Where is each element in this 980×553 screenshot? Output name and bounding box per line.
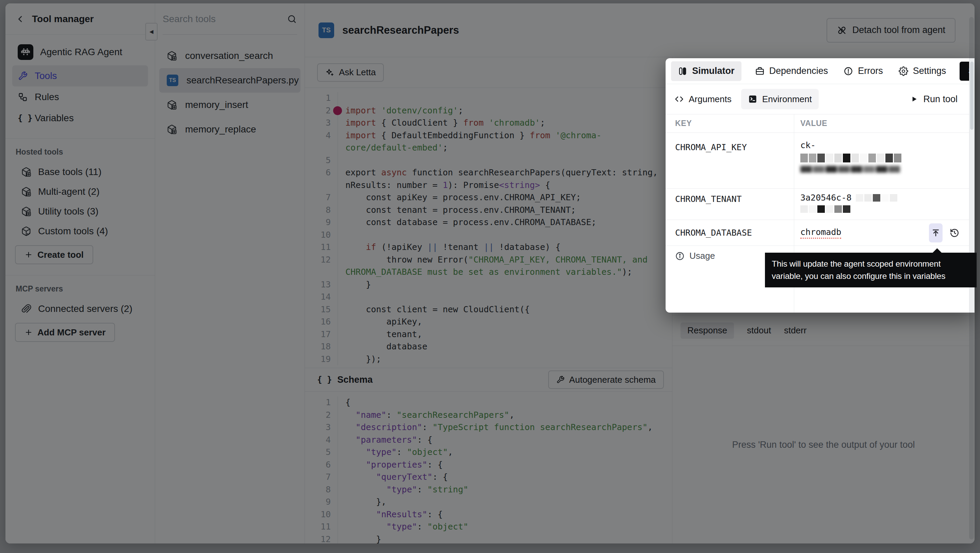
env-key: CHROMA_DATABASE [666, 220, 794, 246]
tab-environment[interactable]: Environment [741, 89, 819, 109]
simulator-subtab-bar: Arguments Environment Run tool [666, 84, 969, 114]
value-column-header: VALUE [794, 115, 969, 133]
env-value-input[interactable]: chromadb [800, 227, 841, 239]
env-value-cell[interactable]: chromadb [794, 220, 969, 246]
history-icon[interactable] [950, 228, 959, 238]
info-icon [675, 251, 685, 261]
env-key: CHROMA_TENANT [666, 189, 794, 220]
tab-label: Simulator [692, 66, 735, 76]
usage-label: Usage [689, 251, 715, 261]
subtab-label: Environment [762, 94, 812, 105]
run-tool-label: Run tool [923, 94, 958, 105]
briefcase-icon [755, 66, 765, 76]
env-key: CHROMA_API_KEY [666, 133, 794, 189]
tab-label: Dependencies [769, 66, 828, 76]
tooltip-line: This will update the agent scoped enviro… [772, 258, 970, 270]
env-value-cell[interactable]: ck- [794, 133, 969, 189]
env-value-prefix: 3a20546c-8 [800, 193, 852, 202]
redacted-blocks [856, 194, 898, 202]
tab-dependencies[interactable]: Dependencies [753, 61, 830, 81]
gear-icon [899, 66, 908, 76]
tab-simulator[interactable]: Simulator [671, 61, 741, 81]
code-brackets-icon [675, 94, 684, 104]
tab-label: Settings [913, 66, 946, 76]
play-icon [910, 95, 918, 104]
env-value-cell[interactable]: 3a20546c-8 [794, 189, 969, 220]
redacted-blocks [800, 154, 969, 163]
tooltip-line: variable, you can also configure this in… [772, 270, 970, 282]
env-value-prefix: ck- [800, 140, 969, 150]
columns-icon [678, 66, 687, 76]
subtab-label: Arguments [689, 94, 732, 105]
tab-label: Errors [858, 66, 883, 76]
alert-circle-icon [843, 66, 853, 76]
env-update-tooltip: This will update the agent scoped enviro… [765, 253, 977, 287]
run-tool-button[interactable]: Run tool [910, 94, 958, 105]
blurred-text [800, 166, 969, 173]
key-column-header: KEY [666, 115, 794, 133]
tab-errors[interactable]: Errors [842, 61, 885, 81]
tab-settings[interactable]: Settings [897, 61, 948, 81]
upload-env-button[interactable] [929, 223, 943, 242]
simulator-tab-bar: Simulator Dependencies Errors Settings S… [666, 58, 969, 84]
redacted-blocks [800, 206, 969, 213]
terminal-icon [748, 94, 757, 104]
tab-arguments[interactable]: Arguments [675, 94, 732, 105]
